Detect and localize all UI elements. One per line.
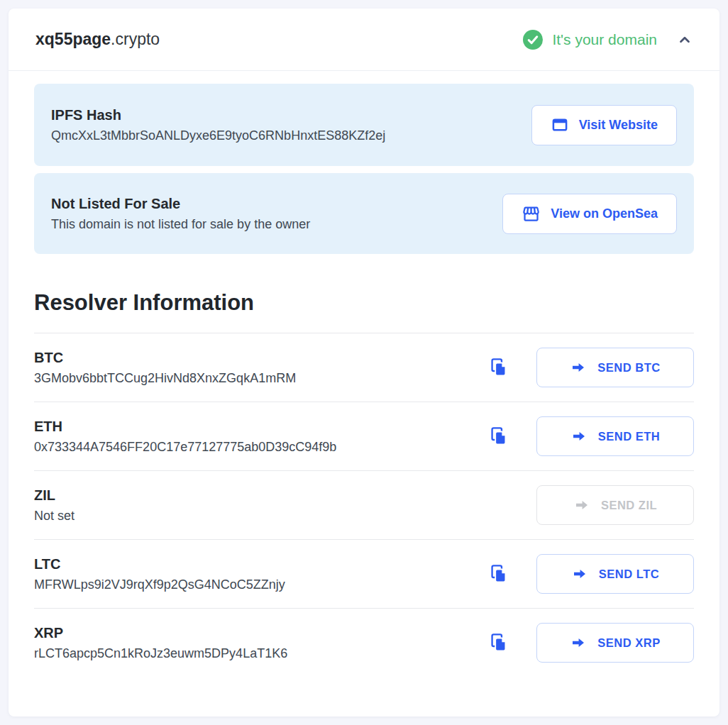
currency-label: LTC [34, 556, 488, 572]
card-content: IPFS Hash QmcXxL3tMbbrSoANLDyxe6E9tyoC6R… [9, 71, 719, 716]
page-title: xq55page.crypto [35, 30, 160, 49]
arrow-right-icon [570, 359, 587, 376]
domain-name: xq55page [35, 30, 111, 48]
currency-info: XRP rLCT6apcp5Cn1kRoJz3euwm5DPy4LaT1K6 [34, 625, 488, 661]
arrow-right-icon [570, 428, 588, 445]
visit-website-label: Visit Website [579, 118, 658, 133]
send-eth-button[interactable]: SEND ETH [536, 416, 694, 456]
copy-icon [488, 632, 509, 653]
send-ltc-button[interactable]: SEND LTC [536, 554, 694, 594]
browser-window-icon [551, 116, 569, 134]
currency-label: ZIL [34, 487, 536, 504]
collapse-button[interactable] [677, 32, 693, 48]
currency-address: Not set [34, 509, 536, 524]
visit-website-button[interactable]: Visit Website [531, 105, 677, 145]
send-zil-button-disabled: SEND ZIL [536, 485, 694, 525]
send-button-label: SEND BTC [597, 361, 660, 375]
resolver-row-zil: ZIL Not set SEND ZIL [34, 470, 694, 539]
domain-card: xq55page.crypto It's your domain [9, 9, 719, 716]
resolver-heading: Resolver Information [34, 289, 694, 316]
currency-info: ETH 0x733344A7546FF20C17e77127775ab0D39c… [34, 419, 488, 455]
chevron-up-icon [677, 32, 693, 48]
copy-icon [488, 357, 509, 378]
resolver-row-ltc: LTC MFRWLps9i2VJ9rqXf9p2QsG4NCoC5ZZnjy [34, 539, 694, 608]
copy-icon [488, 563, 509, 585]
domain-tld: .crypto [111, 30, 160, 48]
send-xrp-button[interactable]: SEND XRP [536, 623, 694, 663]
currency-label: XRP [34, 625, 488, 641]
currency-address: 0x733344A7546FF20C17e77127775ab0D39cC94f… [34, 440, 488, 455]
ipfs-hash-title: IPFS Hash [51, 107, 517, 123]
sale-status-description: This domain is not listed for sale by th… [51, 217, 488, 232]
currency-info: ZIL Not set [34, 487, 536, 524]
currency-label: BTC [34, 350, 488, 366]
copy-ltc-address-button[interactable] [488, 563, 509, 585]
ipfs-hash-info: IPFS Hash QmcXxL3tMbbrSoANLDyxe6E9tyoC6R… [51, 107, 531, 143]
ipfs-hash-value: QmcXxL3tMbbrSoANLDyxe6E9tyoC6RNbHnxtES88… [51, 128, 517, 143]
resolver-row-xrp: XRP rLCT6apcp5Cn1kRoJz3euwm5DPy4LaT1K6 [34, 608, 694, 677]
currency-label: ETH [34, 419, 488, 435]
currency-info: LTC MFRWLps9i2VJ9rqXf9p2QsG4NCoC5ZZnjy [34, 556, 488, 592]
resolver-row-btc: BTC 3GMobv6bbtTCCug2HivNd8XnxZGqkA1mRM [34, 333, 694, 402]
card-header: xq55page.crypto It's your domain [9, 9, 719, 71]
resolver-rows: BTC 3GMobv6bbtTCCug2HivNd8XnxZGqkA1mRM [34, 333, 694, 677]
send-button-label: SEND LTC [599, 568, 659, 581]
status-text: It's your domain [552, 31, 657, 48]
currency-info: BTC 3GMobv6bbtTCCug2HivNd8XnxZGqkA1mRM [34, 350, 488, 386]
sale-status-card: Not Listed For Sale This domain is not l… [34, 173, 694, 254]
copy-eth-address-button[interactable] [488, 426, 509, 447]
send-button-label: SEND ZIL [601, 499, 657, 512]
send-button-label: SEND ETH [598, 430, 660, 443]
sale-status-title: Not Listed For Sale [51, 196, 488, 212]
copy-icon [488, 426, 509, 447]
ipfs-hash-card: IPFS Hash QmcXxL3tMbbrSoANLDyxe6E9tyoC6R… [34, 84, 694, 166]
currency-address: MFRWLps9i2VJ9rqXf9p2QsG4NCoC5ZZnjy [34, 577, 488, 592]
arrow-right-icon [573, 497, 590, 514]
arrow-right-icon [570, 634, 587, 651]
arrow-right-icon [571, 565, 588, 582]
send-btc-button[interactable]: SEND BTC [536, 348, 694, 387]
copy-btc-address-button[interactable] [488, 357, 509, 378]
view-on-opensea-button[interactable]: View on OpenSea [502, 194, 677, 234]
currency-address: rLCT6apcp5Cn1kRoJz3euwm5DPy4LaT1K6 [34, 646, 488, 661]
resolver-row-eth: ETH 0x733344A7546FF20C17e77127775ab0D39c… [34, 402, 694, 470]
check-circle-icon [523, 30, 543, 50]
view-on-opensea-label: View on OpenSea [551, 206, 658, 221]
sale-status-info: Not Listed For Sale This domain is not l… [51, 196, 502, 232]
copy-xrp-address-button[interactable] [488, 632, 509, 653]
ownership-status: It's your domain [523, 30, 693, 50]
storefront-icon [522, 204, 541, 223]
currency-address: 3GMobv6bbtTCCug2HivNd8XnxZGqkA1mRM [34, 371, 488, 386]
send-button-label: SEND XRP [597, 636, 660, 650]
